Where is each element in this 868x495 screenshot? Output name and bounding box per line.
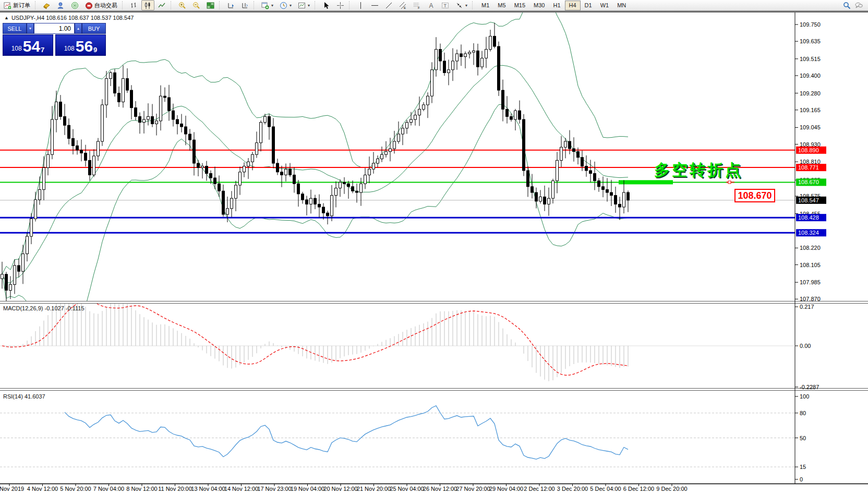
shift-chart-button[interactable] [238,0,251,10]
candle-body [569,141,571,149]
horizontal-line-button[interactable] [368,0,381,10]
svg-text:T: T [444,3,447,8]
buy-button[interactable]: BUY [82,23,106,34]
timeframe-button-m15[interactable]: M15 [510,1,529,10]
data-signal-button[interactable] [68,0,81,10]
timeframe-button-m30[interactable]: M30 [529,1,549,10]
sell-button[interactable]: SELL [3,23,27,34]
bollinger-b-mid [2,65,628,283]
sell-price-display[interactable]: 108 54 7 [3,34,53,56]
svg-text:F: F [418,6,420,9]
price-mark-label: 108.547 [798,197,819,203]
fibonacci-icon: F [413,2,421,9]
collapse-triangle-icon[interactable]: ▲ [4,15,9,20]
chart-canvas[interactable]: 109.750109.635109.515109.400109.280109.1… [0,13,868,495]
trendline-button[interactable] [382,0,395,10]
auto-scroll-button[interactable] [224,0,237,10]
candle-body [493,36,496,46]
volume-input[interactable] [34,23,74,33]
price-mark-label: 108.428 [798,214,819,221]
candle-body [510,116,513,119]
timeframe-button-h1[interactable]: H1 [549,1,564,10]
timeframe-button-mn[interactable]: MN [613,1,630,10]
text-button[interactable]: A [425,0,438,10]
candle-body [381,154,383,159]
volume-down-button[interactable]: ▼ [27,23,34,34]
time-axis-label: 7 Nov 04:00 [93,486,124,492]
candle-body [531,187,534,192]
candle-body [189,134,191,140]
fibonacci-button[interactable]: F [411,0,424,10]
chart-window[interactable]: 109.750109.635109.515109.400109.280109.1… [0,13,868,495]
candle-body [552,181,554,199]
candle-body [585,166,588,171]
candle-body [410,119,413,123]
templates-icon [298,2,306,9]
autotrading-button[interactable]: 自动交易 [82,0,120,10]
new-order-button[interactable]: 新订单 [1,0,33,10]
price-axis-label: 109.165 [800,107,821,113]
svg-text:A: A [429,2,433,9]
trendline-icon [385,2,393,9]
candle-body [619,204,621,207]
candle-body [514,111,517,119]
timeframe-button-w1[interactable]: W1 [596,1,613,10]
time-axis-label: 29 Nov 04:00 [489,486,523,492]
timeframe-button-d1[interactable]: D1 [581,1,596,10]
periodicity-button[interactable]: ▾ [277,0,294,10]
candle-body [448,70,450,73]
equidistant-channel-button[interactable]: E [396,0,409,10]
tile-windows-button[interactable] [204,0,217,10]
candle-body [452,61,454,70]
candle-body [297,184,300,194]
vertical-line-button[interactable] [354,0,367,10]
timeframe-button-m1[interactable]: M1 [477,1,493,10]
candle-body [135,108,137,117]
candle-body [360,184,363,192]
volume-up-button[interactable]: ▲ [75,23,82,34]
candle-body [5,274,8,291]
market-watch-button[interactable] [40,0,53,10]
chat-icon[interactable] [855,2,863,9]
candle-body [226,209,229,214]
crosshair-button[interactable] [334,0,347,10]
zoom-in-button[interactable] [176,0,189,10]
time-axis-label: 25 Nov 04:00 [390,486,424,492]
candle-body [544,197,546,204]
chinese-annotation[interactable]: 多空转折点 [654,160,743,181]
candle-body [556,160,559,180]
cursor-button[interactable] [320,0,333,10]
candle-body [614,196,617,204]
candlestick-chart-button[interactable] [141,0,154,10]
vertical-line-icon [357,2,365,9]
rsi-indicator-label: RSI(14) 41.6037 [3,393,45,400]
buy-price-display[interactable]: 108 56 9 [55,34,106,56]
arrows-button[interactable]: ▾ [453,0,470,10]
text-label-button[interactable]: T [439,0,452,10]
new-chart-button[interactable]: ▾ [259,0,276,10]
equidistant-channel-icon: E [399,2,407,9]
toolbar-separator [171,1,174,9]
time-axis-label: 2 Dec 12:00 [524,486,554,492]
candle-body [502,90,504,109]
zoom-in-icon [178,2,186,9]
search-icon[interactable] [843,2,851,9]
time-axis-label: 9 Dec 20:00 [656,486,687,492]
timeframe-button-h4[interactable]: H4 [565,1,581,10]
candle-body [55,102,58,119]
line-chart-button[interactable] [155,0,168,10]
zoom-out-button[interactable] [190,0,203,10]
templates-button[interactable]: ▾ [295,0,312,10]
sell-price-pips: 54 [23,39,40,54]
candle-body [235,185,237,198]
timeframe-button-m5[interactable]: M5 [493,1,510,10]
price-level-flag[interactable]: 108.670 [734,189,775,202]
navigator-button[interactable] [54,0,67,10]
candle-body [389,149,392,152]
candle-body [331,196,333,216]
bar-chart-button[interactable] [127,0,140,10]
candle-body [602,187,605,190]
candle-body [477,51,479,67]
shift-chart-icon [241,2,249,9]
candle-body [101,105,104,141]
